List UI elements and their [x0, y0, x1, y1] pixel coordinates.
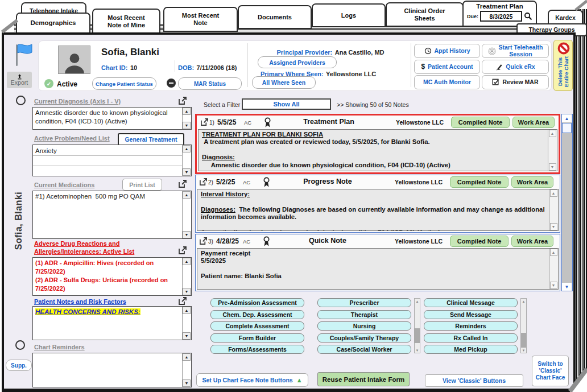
general-treatment-button[interactable]: General Treatment — [118, 133, 184, 146]
quick-erx-button[interactable]: Quick eRx — [482, 60, 549, 74]
quick-button[interactable]: Clinical Message — [424, 298, 518, 307]
note-line — [201, 265, 546, 273]
adr-expand-icon[interactable] — [178, 246, 187, 255]
export-label: Export — [11, 80, 28, 86]
medications-box[interactable]: #1) Acetominophen 500 mg PO QAM ▲▼ — [32, 191, 192, 239]
reuse-intake-form-button[interactable]: Reuse Patient Intake Form — [317, 372, 410, 386]
note-line: A treatment plan was created or reviewed… — [202, 138, 545, 146]
work-area-button[interactable]: Work Area — [512, 117, 555, 128]
change-patient-status-button[interactable]: Change Patient Status — [92, 77, 156, 90]
quick-button[interactable]: Chem. Dep. Assessment — [210, 310, 304, 319]
flag-icon[interactable] — [14, 42, 34, 68]
diagnosis-radio[interactable] — [16, 96, 26, 105]
chart-reminders-box[interactable]: ▲▼ — [32, 353, 192, 387]
mc-auth-label: MC Auth Monitor — [423, 79, 471, 86]
quick-buttons-scrollbar-1[interactable]: ▲▼ — [414, 298, 420, 353]
stacked-windows-edge — [576, 9, 587, 392]
minus-icon[interactable] — [167, 79, 176, 88]
patient-notes-box[interactable]: HEALTH CONCERNS AND RISKS: ▲▼ — [32, 306, 192, 340]
tab-logs[interactable]: Logs — [312, 3, 386, 27]
chart-reminders-radio[interactable] — [15, 340, 25, 350]
start-telehealth-button[interactable]: Start Telehealth Session — [482, 44, 549, 58]
appt-history-button[interactable]: Appt History — [414, 44, 480, 58]
tab-most-recent-note[interactable]: Most Recent Note — [163, 7, 238, 32]
medications-expand-icon[interactable] — [178, 179, 187, 188]
tab-documents[interactable]: Documents — [238, 5, 312, 29]
showing-notes-text: >> Showing 50 of 50 Notes — [337, 101, 409, 108]
note-scrollbar[interactable]: ▲▼ — [549, 189, 558, 230]
diagnosis-box[interactable]: Amnestic disorder due to known physiolog… — [32, 107, 192, 130]
adr-heading: Adverse Drug Reactions and Allergies/Int… — [34, 240, 134, 255]
patient-name-vertical: Sofia, Blanki — [9, 188, 28, 254]
principal-provider-label: Principal Provider: — [276, 49, 332, 56]
adr-item: (1) ADR - Ampicillin: Hives (recorded on… — [35, 259, 181, 276]
export-button[interactable]: Export — [7, 72, 32, 88]
tab-clinical-order-sheets[interactable]: Clinical Order Sheets — [386, 2, 464, 27]
principal-provider-value: Ana Castillo, MD — [335, 49, 385, 56]
quick-button[interactable]: Reminders — [424, 321, 518, 331]
quick-buttons-scrollbar-2[interactable]: ▲▼ — [520, 298, 527, 353]
note-expand-icon[interactable] — [199, 178, 208, 186]
switch-classic-chart-face-button[interactable]: Switch to 'Classic' Chart Face — [532, 356, 569, 386]
patient-status: Active — [57, 80, 77, 88]
note-date: 5/2/25 — [216, 178, 235, 186]
patient-notes-expand-icon[interactable] — [178, 296, 187, 306]
quick-button[interactable]: Prescriber — [317, 298, 411, 307]
tab-demographics[interactable]: Demographics — [16, 13, 90, 33]
review-mar-button[interactable]: Review MAR — [482, 75, 549, 89]
patient-notes-heading: Patient Notes and Risk Factors — [34, 298, 126, 305]
ribbon-icon — [264, 117, 271, 128]
quick-button[interactable]: Forms/Assessments — [210, 345, 304, 354]
print-list-button[interactable]: Print List — [122, 179, 162, 191]
quick-button[interactable]: Nursing — [317, 321, 411, 331]
mar-status-button[interactable]: MAR Status — [178, 77, 242, 90]
supp-button[interactable]: Supp. — [6, 360, 32, 371]
treatment-plan-due-input[interactable]: 8/3/2025 — [480, 11, 522, 22]
view-classic-buttons-button[interactable]: View 'Classic' Buttons — [425, 374, 523, 387]
scroll-down-icon[interactable]: ▼ — [562, 283, 572, 291]
patient-account-button[interactable]: $ Patient Account — [414, 60, 480, 74]
work-area-button[interactable]: Work Area — [511, 176, 553, 188]
adr-box[interactable]: (1) ADR - Ampicillin: Hives (recorded on… — [32, 257, 192, 296]
quick-button[interactable]: Therapist — [317, 310, 411, 319]
note-location: Yellowstone LLC — [366, 238, 443, 245]
notes-scrollbar-thumb[interactable] — [562, 123, 572, 133]
note-scrollbar[interactable]: ▲▼ — [548, 130, 557, 171]
note-scrollbar[interactable]: ▲▼ — [549, 249, 558, 289]
search-icon[interactable] — [524, 12, 532, 20]
quick-button[interactable]: Rx Called In — [424, 333, 518, 343]
assigned-providers-button[interactable]: Assigned Providers — [258, 56, 337, 68]
quick-button[interactable]: Med Pickup — [424, 345, 518, 354]
quick-button[interactable]: Couples/Family Therapy — [317, 333, 411, 343]
scroll-up-icon[interactable]: ▲ — [562, 114, 572, 122]
quick-button[interactable]: Case/Social Worker — [317, 345, 411, 354]
patient-name: Sofia, Blanki — [101, 47, 159, 58]
appt-history-label: Appt History — [435, 48, 470, 55]
filter-button[interactable]: Show All — [242, 98, 331, 110]
all-where-seen-button[interactable]: All Where Seen — [252, 76, 316, 89]
note-date: 5/5/25 — [217, 118, 236, 126]
quick-button[interactable]: Send Message — [424, 310, 518, 319]
compiled-note-button[interactable]: Compiled Note — [451, 117, 510, 128]
review-mar-label: Review MAR — [502, 79, 538, 86]
compiled-note-button[interactable]: Compiled Note — [450, 236, 509, 247]
quick-button[interactable]: Form Builder — [210, 333, 304, 343]
tab-most-recent-note-of-mine[interactable]: Most Recent Note of Mine — [92, 9, 160, 35]
note-line: Patient name: Blanki Sofia — [201, 273, 546, 280]
chart-id-label: Chart ID: — [101, 64, 127, 71]
compiled-note-button[interactable]: Compiled Note — [450, 176, 509, 188]
quick-button[interactable]: Complete Assessment — [210, 321, 304, 331]
quick-button[interactable]: Pre-Admission Assessment — [210, 298, 304, 307]
note-expand-icon[interactable] — [199, 237, 208, 245]
delete-entire-chart-button[interactable]: Delete This Entire Chart — [553, 40, 573, 91]
work-area-button[interactable]: Work Area — [511, 236, 553, 247]
setup-chart-face-button[interactable]: Set Up Chart Face Note Buttons ▲ — [196, 373, 308, 387]
mc-auth-monitor-button[interactable]: MC Auth Monitor — [414, 75, 480, 89]
diagnosis-expand-icon[interactable] — [178, 96, 187, 105]
checkbox-icon — [492, 79, 499, 86]
notes-scrollbar[interactable]: ▲ ▼ — [561, 114, 573, 291]
problem-list-heading: Active Problem/Need List — [34, 135, 110, 142]
problem-list-box[interactable]: Anxiety ▲▼ — [32, 145, 192, 176]
note-expand-icon[interactable] — [200, 118, 209, 126]
note-body: Interval History: Diagnoses: The followi… — [197, 189, 559, 231]
